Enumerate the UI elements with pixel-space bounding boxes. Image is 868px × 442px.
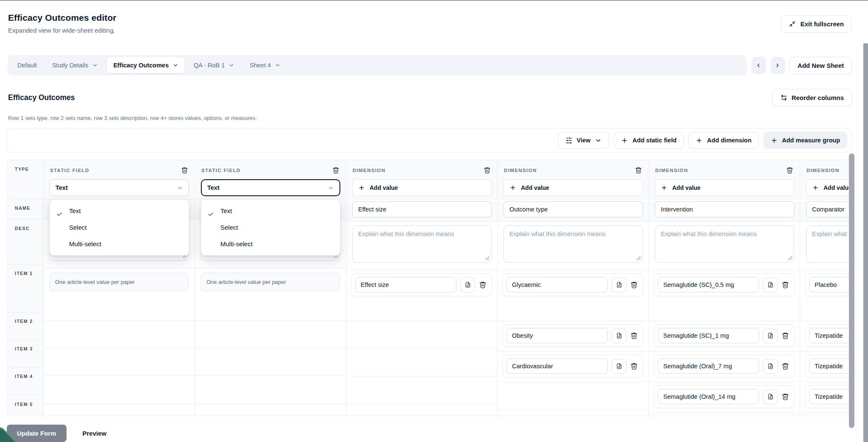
dimension-desc-textarea[interactable] bbox=[504, 225, 643, 263]
tab-qa-rob-1[interactable]: QA - RoB 1 bbox=[187, 57, 241, 73]
chevron-down-icon bbox=[172, 62, 178, 68]
delete-value-button[interactable] bbox=[630, 281, 640, 289]
column-header: DIMENSION bbox=[655, 168, 688, 173]
value-input[interactable] bbox=[809, 359, 852, 374]
page-scrollbar[interactable] bbox=[863, 43, 868, 442]
dimension-desc-textarea[interactable] bbox=[352, 225, 492, 263]
add-value-button[interactable]: Add value bbox=[504, 179, 643, 196]
row-label-item-5: ITEM 5 bbox=[7, 395, 43, 416]
add-measure-group-button[interactable]: Add measure group bbox=[763, 132, 847, 149]
tab-study-details[interactable]: Study Details bbox=[46, 57, 104, 73]
next-sheet-button[interactable] bbox=[771, 57, 785, 74]
value-card bbox=[654, 273, 795, 296]
delete-value-button[interactable] bbox=[782, 362, 791, 370]
trash-icon bbox=[332, 167, 339, 174]
tab-sheet-4[interactable]: Sheet 4 bbox=[243, 57, 287, 73]
add-new-sheet-button[interactable]: Add New Sheet bbox=[790, 57, 852, 74]
trash-icon bbox=[782, 393, 789, 400]
delete-value-button[interactable] bbox=[782, 332, 791, 339]
dimension-name-input[interactable] bbox=[352, 201, 492, 217]
field-type-select[interactable]: Text bbox=[201, 179, 340, 196]
notes-button[interactable] bbox=[763, 328, 778, 343]
value-input[interactable] bbox=[355, 277, 456, 292]
row-label-name: NAME bbox=[7, 199, 43, 220]
column-dimension-outcome-type: DIMENSION Add value bbox=[498, 160, 649, 416]
notes-button[interactable] bbox=[460, 278, 475, 292]
value-card bbox=[654, 324, 795, 347]
plus-icon bbox=[661, 184, 668, 191]
update-form-button[interactable]: Update Form bbox=[7, 425, 67, 442]
delete-column-button[interactable] bbox=[332, 167, 339, 174]
trash-icon bbox=[786, 167, 793, 174]
value-input[interactable] bbox=[658, 277, 759, 292]
tab-default[interactable]: Default bbox=[11, 57, 43, 73]
trash-icon bbox=[782, 281, 789, 289]
sheet-tabs-row: Default Study Details Efficacy Outcomes … bbox=[8, 55, 852, 75]
dimension-desc-textarea[interactable] bbox=[806, 225, 852, 263]
plus-icon bbox=[696, 137, 703, 144]
menu-option-multi-select[interactable]: Multi-select bbox=[50, 236, 189, 252]
menu-option-text[interactable]: Text bbox=[201, 203, 340, 219]
delete-value-button[interactable] bbox=[782, 281, 791, 289]
value-card bbox=[805, 273, 852, 296]
exit-fullscreen-button[interactable]: Exit fullscreen bbox=[781, 15, 852, 33]
menu-option-multi-select[interactable]: Multi-select bbox=[201, 236, 340, 252]
add-dimension-button[interactable]: Add dimension bbox=[688, 132, 759, 149]
value-card bbox=[503, 324, 643, 347]
value-input[interactable] bbox=[809, 389, 852, 404]
value-input[interactable] bbox=[506, 328, 608, 343]
dimension-name-input[interactable] bbox=[806, 201, 852, 217]
sheet-table: TYPE NAME DESC ITEM 1 ITEM 2 ITEM 3 ITEM… bbox=[7, 160, 852, 416]
row-label-item-4: ITEM 4 bbox=[7, 367, 43, 395]
delete-value-button[interactable] bbox=[630, 332, 640, 339]
notes-button[interactable] bbox=[763, 278, 778, 292]
add-value-button[interactable]: Add value bbox=[352, 179, 492, 196]
value-input[interactable] bbox=[809, 277, 852, 292]
value-input[interactable] bbox=[506, 359, 608, 374]
table-scrollbar[interactable] bbox=[849, 153, 854, 428]
value-input[interactable] bbox=[658, 389, 759, 404]
delete-column-button[interactable] bbox=[635, 167, 642, 174]
dimension-desc-textarea[interactable] bbox=[655, 225, 794, 263]
value-card bbox=[805, 355, 852, 378]
chevron-down-icon bbox=[177, 185, 183, 191]
section-title: Efficacy Outcomes bbox=[8, 93, 75, 102]
menu-option-text[interactable]: Text bbox=[50, 203, 189, 219]
prev-sheet-button[interactable] bbox=[751, 57, 766, 74]
add-value-button[interactable]: Add value bbox=[655, 179, 794, 196]
tab-efficacy-outcomes[interactable]: Efficacy Outcomes bbox=[107, 57, 185, 73]
delete-column-button[interactable] bbox=[181, 167, 188, 174]
field-type-select[interactable]: Text bbox=[50, 179, 189, 196]
value-card bbox=[805, 324, 852, 347]
delete-value-button[interactable] bbox=[782, 393, 791, 400]
add-value-button[interactable]: Add value bbox=[806, 179, 852, 196]
value-input[interactable] bbox=[506, 277, 608, 292]
dimension-name-input[interactable] bbox=[655, 201, 794, 217]
field-type-menu: Text Select Multi-select bbox=[201, 199, 340, 256]
value-input[interactable] bbox=[809, 328, 852, 343]
plus-icon bbox=[621, 137, 628, 144]
column-dimension-effect-size: DIMENSION Add value bbox=[346, 160, 498, 416]
value-input[interactable] bbox=[658, 359, 759, 374]
delete-value-button[interactable] bbox=[630, 362, 640, 370]
view-menu-button[interactable]: View bbox=[558, 132, 609, 149]
delete-value-button[interactable] bbox=[479, 281, 488, 289]
delete-column-button[interactable] bbox=[484, 167, 491, 174]
chevron-left-icon bbox=[755, 62, 762, 69]
value-card bbox=[503, 273, 643, 296]
dimension-name-input[interactable] bbox=[504, 201, 643, 217]
value-card bbox=[654, 355, 795, 378]
value-input[interactable] bbox=[658, 328, 759, 343]
notes-button[interactable] bbox=[612, 359, 626, 374]
notes-button[interactable] bbox=[763, 389, 778, 404]
notes-button[interactable] bbox=[763, 359, 778, 374]
reorder-columns-button[interactable]: Reorder columns bbox=[772, 89, 852, 106]
notes-button[interactable] bbox=[612, 278, 626, 292]
delete-column-button[interactable] bbox=[786, 167, 793, 174]
trash-icon bbox=[782, 362, 789, 370]
notes-button[interactable] bbox=[612, 328, 626, 343]
preview-button[interactable]: Preview bbox=[83, 430, 107, 437]
menu-option-select[interactable]: Select bbox=[50, 219, 189, 236]
add-static-field-button[interactable]: Add static field bbox=[614, 132, 684, 149]
menu-option-select[interactable]: Select bbox=[201, 219, 340, 236]
